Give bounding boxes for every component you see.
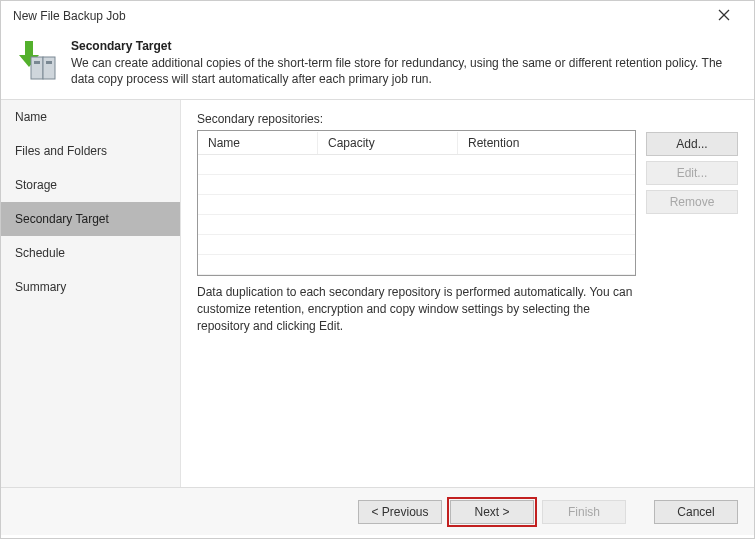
table-row bbox=[198, 235, 635, 255]
previous-button[interactable]: < Previous bbox=[358, 500, 442, 524]
cancel-button[interactable]: Cancel bbox=[654, 500, 738, 524]
edit-button: Edit... bbox=[646, 161, 738, 185]
header-title: Secondary Target bbox=[71, 39, 740, 53]
secondary-target-icon bbox=[15, 39, 59, 83]
sidebar-item-files-folders[interactable]: Files and Folders bbox=[1, 134, 180, 168]
add-button[interactable]: Add... bbox=[646, 132, 738, 156]
side-buttons: Add... Edit... Remove bbox=[646, 112, 738, 487]
wizard-header: Secondary Target We can create additiona… bbox=[1, 31, 754, 100]
svg-rect-5 bbox=[46, 61, 52, 64]
table-row bbox=[198, 215, 635, 235]
main-panel: Secondary repositories: Name Capacity Re… bbox=[181, 100, 754, 487]
close-button[interactable] bbox=[704, 2, 744, 30]
next-button[interactable]: Next > bbox=[450, 500, 534, 524]
sidebar-item-summary[interactable]: Summary bbox=[1, 270, 180, 304]
table-row bbox=[198, 195, 635, 215]
table-row bbox=[198, 155, 635, 175]
table-row bbox=[198, 255, 635, 275]
table-body bbox=[198, 155, 635, 275]
svg-rect-3 bbox=[43, 57, 55, 79]
main-left: Secondary repositories: Name Capacity Re… bbox=[197, 112, 636, 487]
wizard-body: Name Files and Folders Storage Secondary… bbox=[1, 100, 754, 487]
table-row bbox=[198, 175, 635, 195]
table-header: Name Capacity Retention bbox=[198, 131, 635, 155]
sidebar-item-schedule[interactable]: Schedule bbox=[1, 236, 180, 270]
info-text: Data duplication to each secondary repos… bbox=[197, 284, 636, 334]
column-name[interactable]: Name bbox=[198, 132, 318, 154]
wizard-sidebar: Name Files and Folders Storage Secondary… bbox=[1, 100, 181, 487]
column-retention[interactable]: Retention bbox=[458, 132, 635, 154]
wizard-footer: < Previous Next > Finish Cancel bbox=[1, 487, 754, 535]
remove-button: Remove bbox=[646, 190, 738, 214]
sidebar-item-storage[interactable]: Storage bbox=[1, 168, 180, 202]
header-text: Secondary Target We can create additiona… bbox=[71, 39, 740, 87]
section-label: Secondary repositories: bbox=[197, 112, 636, 126]
window-title: New File Backup Job bbox=[13, 9, 126, 23]
repositories-table[interactable]: Name Capacity Retention bbox=[197, 130, 636, 276]
header-description: We can create additional copies of the s… bbox=[71, 55, 740, 87]
sidebar-item-name[interactable]: Name bbox=[1, 100, 180, 134]
titlebar: New File Backup Job bbox=[1, 1, 754, 31]
svg-rect-2 bbox=[31, 57, 43, 79]
column-capacity[interactable]: Capacity bbox=[318, 132, 458, 154]
sidebar-item-secondary-target[interactable]: Secondary Target bbox=[1, 202, 180, 236]
close-icon bbox=[718, 8, 730, 24]
finish-button: Finish bbox=[542, 500, 626, 524]
svg-rect-4 bbox=[34, 61, 40, 64]
